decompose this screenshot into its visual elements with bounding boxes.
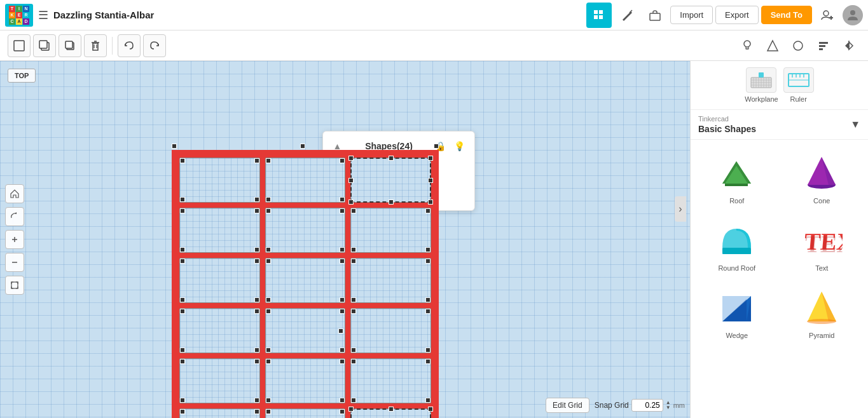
edit-grid-button[interactable]: Edit Grid — [546, 398, 589, 413]
fit-view-button[interactable] — [5, 276, 24, 295]
grid-cell[interactable] — [179, 208, 260, 253]
svg-rect-9 — [14, 41, 24, 51]
shape-item-pyramid[interactable]: Pyramid — [781, 280, 864, 344]
grid-cell[interactable] — [179, 358, 260, 403]
delete-button[interactable] — [84, 34, 107, 57]
light-bulb-button[interactable] — [736, 34, 759, 57]
grid-cell[interactable] — [179, 258, 260, 303]
dropdown-provider-label: Tinkercad — [698, 115, 756, 123]
mirror-button[interactable] — [837, 34, 860, 57]
cone-shape-img — [799, 150, 844, 194]
grid-cell[interactable] — [350, 358, 431, 403]
svg-rect-3 — [599, 15, 603, 19]
red-grid-shape[interactable] — [172, 150, 439, 418]
snap-grid-value[interactable] — [631, 399, 663, 412]
send-to-button[interactable]: Send To — [761, 6, 812, 24]
menu-icon[interactable]: ☰ — [38, 8, 48, 22]
round-roof-label: Round Roof — [718, 264, 755, 272]
svg-rect-24 — [819, 45, 825, 47]
view-label: TOP — [8, 69, 36, 83]
svg-point-65 — [807, 319, 836, 324]
svg-rect-14 — [93, 43, 98, 50]
svg-rect-11 — [39, 41, 47, 48]
import-button[interactable]: Import — [670, 6, 713, 24]
grid-cell[interactable] — [265, 158, 346, 203]
copy-button[interactable] — [33, 34, 56, 57]
shape-item-round-roof[interactable]: Round Roof — [696, 212, 778, 277]
project-title[interactable]: Dazzling Stantia-Albar — [53, 10, 154, 20]
zoom-out-button[interactable] — [5, 253, 24, 272]
grid-cell[interactable] — [350, 308, 431, 353]
grid-cell-selected-bottom[interactable] — [350, 408, 431, 418]
svg-marker-28 — [849, 42, 853, 50]
svg-marker-27 — [845, 42, 849, 50]
grid-cell[interactable] — [350, 208, 431, 253]
ruler-item[interactable]: Ruler — [783, 67, 814, 103]
home-view-button[interactable] — [5, 184, 24, 203]
grid-cell-selected-top[interactable] — [350, 158, 431, 203]
dropdown-arrow-icon[interactable]: ▼ — [850, 119, 860, 130]
canvas-left-controls — [5, 184, 24, 295]
new-shape-button[interactable] — [8, 34, 31, 57]
undo-button[interactable] — [118, 34, 141, 57]
nav-briefcase-btn[interactable] — [642, 3, 668, 28]
grid-cell[interactable] — [265, 358, 346, 403]
toolbar-right-area — [736, 34, 860, 57]
snap-down-arrow[interactable]: ▼ — [666, 405, 671, 410]
svg-rect-4 — [650, 13, 660, 20]
snap-area: Edit Grid Snap Grid ▲ ▼ mm — [546, 398, 685, 413]
circle-tool-button[interactable] — [787, 34, 809, 57]
right-panel-top: Workplane Ruler — [691, 61, 868, 110]
wedge-label: Wedge — [726, 332, 748, 339]
align-button[interactable] — [812, 34, 835, 57]
shape-item-text[interactable]: TEXT TEXT Text — [781, 212, 864, 277]
topbar: T I N K E R C A D ☰ Dazzling Stantia-Alb… — [0, 0, 868, 30]
text-label: Text — [815, 264, 828, 272]
workplane-item[interactable]: Workplane — [745, 67, 778, 103]
nav-pickaxe-btn[interactable] — [614, 3, 640, 28]
grid-cell[interactable] — [179, 408, 260, 418]
ruler-icon — [783, 67, 814, 93]
svg-marker-21 — [768, 41, 778, 51]
workplane-icon — [746, 67, 776, 93]
svg-rect-44 — [759, 72, 764, 78]
wedge-shape-img — [715, 285, 759, 329]
grid-cell[interactable] — [265, 308, 346, 353]
svg-rect-2 — [594, 15, 598, 19]
visibility-icon[interactable]: 💡 — [452, 139, 466, 153]
add-user-button[interactable] — [815, 3, 840, 28]
svg-rect-32 — [11, 282, 18, 288]
rotate-view-button[interactable] — [5, 207, 24, 226]
shape-tool-button[interactable] — [761, 34, 784, 57]
svg-rect-57 — [722, 248, 751, 254]
svg-rect-0 — [594, 10, 598, 14]
canvas-area[interactable]: TOP ▲ Shapes(24) — [0, 61, 690, 418]
pyramid-shape-img — [799, 285, 844, 329]
redo-button[interactable] — [143, 34, 166, 57]
nav-grid-btn[interactable] — [586, 3, 612, 28]
tinkercad-logo[interactable]: T I N K E R C A D — [5, 4, 33, 27]
shape-item-wedge[interactable]: Wedge — [696, 280, 778, 344]
shape-item-cone[interactable]: Cone — [781, 145, 864, 210]
grid-cell[interactable] — [179, 158, 260, 203]
zoom-in-button[interactable] — [5, 230, 24, 249]
snap-spinner[interactable]: ▲ ▼ — [666, 400, 671, 410]
cone-label: Cone — [813, 197, 830, 205]
export-button[interactable]: Export — [715, 6, 759, 24]
svg-rect-23 — [819, 42, 828, 44]
shapes-dropdown[interactable]: Tinkercad Basic Shapes ▼ — [691, 110, 868, 140]
right-panel: Workplane Ruler Tinker — [690, 61, 868, 418]
grid-cell[interactable] — [265, 408, 346, 418]
svg-rect-25 — [819, 48, 823, 50]
grid-cell[interactable] — [265, 208, 346, 253]
topbar-right: Import Export Send To — [586, 3, 863, 28]
text-shape-img: TEXT TEXT — [799, 217, 844, 262]
red-grid[interactable] — [172, 150, 439, 418]
duplicate-button[interactable] — [59, 34, 81, 57]
svg-point-22 — [794, 41, 803, 50]
avatar[interactable] — [843, 5, 863, 25]
shape-item-roof[interactable]: Roof — [696, 145, 778, 210]
grid-cell[interactable] — [265, 258, 346, 303]
grid-cell[interactable] — [350, 258, 431, 303]
grid-cell[interactable] — [179, 308, 260, 353]
